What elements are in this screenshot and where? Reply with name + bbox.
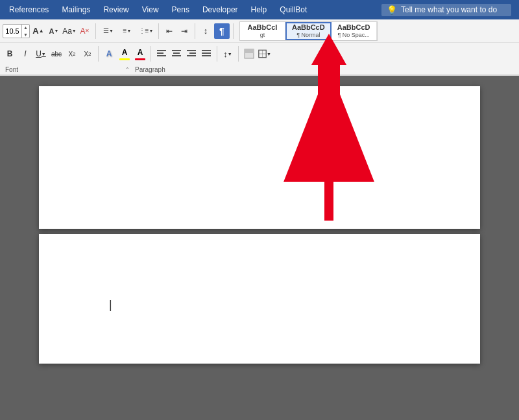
font-size-arrows: ▲ ▼ — [21, 24, 29, 38]
font-size-box[interactable]: ▲ ▼ — [3, 24, 30, 38]
font-label: Font ⌃ — [3, 66, 132, 73]
font-size-down[interactable]: ▼ — [22, 31, 29, 38]
menu-quillbot[interactable]: QuillBot — [273, 3, 313, 17]
document-page-2[interactable]: | — [39, 234, 480, 364]
font-color-button[interactable]: A — [133, 47, 147, 61]
menu-pens[interactable]: Pens — [165, 3, 196, 17]
svg-rect-6 — [187, 50, 196, 51]
style-no-spacing[interactable]: AaBbCcD ¶ No Spac... — [332, 22, 377, 40]
search-bar-text: Tell me what you want to do — [401, 5, 497, 14]
menu-view[interactable]: View — [136, 3, 165, 17]
svg-rect-13 — [245, 49, 254, 53]
tell-me-search[interactable]: 💡 Tell me what you want to do — [381, 4, 511, 16]
style-gt-preview: AaBbCcI — [248, 23, 278, 32]
svg-rect-5 — [172, 55, 181, 56]
text-cursor: | — [109, 299, 112, 310]
strikethrough-button[interactable]: abc — [49, 47, 64, 61]
style-nospacing-label: ¶ No Spac... — [337, 32, 369, 38]
svg-rect-10 — [202, 52, 211, 54]
text-highlight-button[interactable]: A — [117, 47, 132, 61]
menu-references[interactable]: References — [3, 3, 55, 17]
ribbon: ▲ ▼ A▲ A▼ Aa▼ A✕ ☰▼ ≡▼ ⋮≡▼ — [0, 19, 519, 76]
sep2 — [158, 23, 159, 39]
sep1 — [95, 23, 96, 39]
change-case-button[interactable]: Aa▼ — [62, 24, 77, 38]
svg-rect-0 — [157, 50, 166, 51]
subscript-button[interactable]: X2 — [65, 47, 79, 61]
list-group: ☰▼ ≡▼ ⋮≡▼ — [99, 24, 155, 38]
paragraph-label: Paragraph ⌃ — [132, 66, 340, 73]
svg-rect-11 — [202, 55, 211, 56]
svg-rect-1 — [157, 52, 163, 54]
sep8 — [238, 46, 239, 62]
svg-rect-2 — [157, 55, 166, 56]
sep4 — [233, 23, 234, 39]
font-color-letter: A — [138, 47, 143, 58]
styles-panel: AaBbCcI gt AaBbCcD ¶ Normal AaBbCcD ¶ No… — [239, 21, 378, 41]
show-marks-button[interactable]: ¶ — [214, 23, 230, 39]
style-gt-label: gt — [260, 32, 265, 38]
multilevel-list-button[interactable]: ⋮≡▼ — [137, 24, 155, 38]
lightbulb-icon: 💡 — [387, 5, 397, 15]
menu-help[interactable]: Help — [245, 3, 274, 17]
sep7 — [217, 46, 217, 62]
align-center-button[interactable] — [169, 47, 184, 61]
style-normal[interactable]: AaBbCcD ¶ Normal — [285, 22, 332, 40]
style-normal-label: ¶ Normal — [296, 32, 320, 38]
sort-button[interactable]: ↕ — [199, 24, 213, 38]
svg-rect-8 — [187, 55, 196, 56]
font-expand-icon[interactable]: ⌃ — [125, 67, 130, 73]
menu-mailings[interactable]: Mailings — [55, 3, 97, 17]
svg-rect-4 — [173, 52, 180, 54]
menu-review[interactable]: Review — [97, 3, 135, 17]
borders-button[interactable]: ▼ — [258, 47, 272, 61]
highlight-letter: A — [122, 47, 128, 58]
align-justify-button[interactable] — [199, 47, 213, 61]
sep5 — [98, 46, 99, 62]
menu-developer[interactable]: Developer — [196, 3, 245, 17]
ribbon-row1: ▲ ▼ A▲ A▼ Aa▼ A✕ ☰▼ ≡▼ ⋮≡▼ — [0, 19, 519, 43]
text-effects-button[interactable]: A — [102, 47, 116, 61]
shading-button[interactable] — [242, 47, 256, 61]
sep6 — [151, 46, 151, 62]
numbered-list-button[interactable]: ≡▼ — [118, 24, 136, 38]
font-size-input[interactable] — [3, 27, 21, 35]
bullet-list-button[interactable]: ☰▼ — [99, 24, 117, 38]
style-gt[interactable]: AaBbCcI gt — [240, 22, 285, 40]
document-page-1[interactable] — [39, 86, 480, 229]
paragraph-mark: ¶ — [219, 26, 224, 36]
highlight-bar — [119, 58, 130, 60]
svg-rect-7 — [189, 52, 196, 54]
align-group — [154, 47, 213, 61]
indent-group: ⇤ ⇥ — [162, 24, 191, 38]
ribbon-row2: B I U▼ abc X2 X2 A A A — [0, 43, 519, 65]
align-right-button[interactable] — [184, 47, 199, 61]
line-spacing-button[interactable]: ↕▼ — [221, 47, 235, 61]
font-shrink-button[interactable]: A▼ — [47, 24, 61, 38]
bold-button[interactable]: B — [3, 47, 17, 61]
style-nospacing-preview: AaBbCcD — [337, 23, 370, 32]
font-section-label: Font — [5, 66, 18, 73]
font-size-up[interactable]: ▲ — [22, 24, 29, 31]
menu-bar: References Mailings Review View Pens Dev… — [0, 0, 519, 19]
document-area: | — [0, 76, 519, 420]
clear-format-button[interactable]: A✕ — [78, 24, 92, 38]
decrease-indent-button[interactable]: ⇤ — [162, 24, 176, 38]
sep3 — [195, 23, 195, 39]
italic-button[interactable]: I — [18, 47, 32, 61]
font-grow-button[interactable]: A▲ — [31, 24, 45, 38]
svg-rect-3 — [172, 50, 181, 51]
underline-button[interactable]: U▼ — [34, 47, 48, 61]
paragraph-section-label: Paragraph — [135, 66, 165, 73]
font-color-bar — [135, 58, 145, 60]
align-left-button[interactable] — [154, 47, 169, 61]
paragraph-expand-icon[interactable]: ⌃ — [333, 67, 337, 73]
svg-rect-9 — [202, 50, 211, 51]
superscript-button[interactable]: X2 — [80, 47, 95, 61]
increase-indent-button[interactable]: ⇥ — [177, 24, 191, 38]
style-normal-preview: AaBbCcD — [292, 23, 325, 32]
ribbon-labels: Font ⌃ Paragraph ⌃ — [0, 65, 519, 75]
